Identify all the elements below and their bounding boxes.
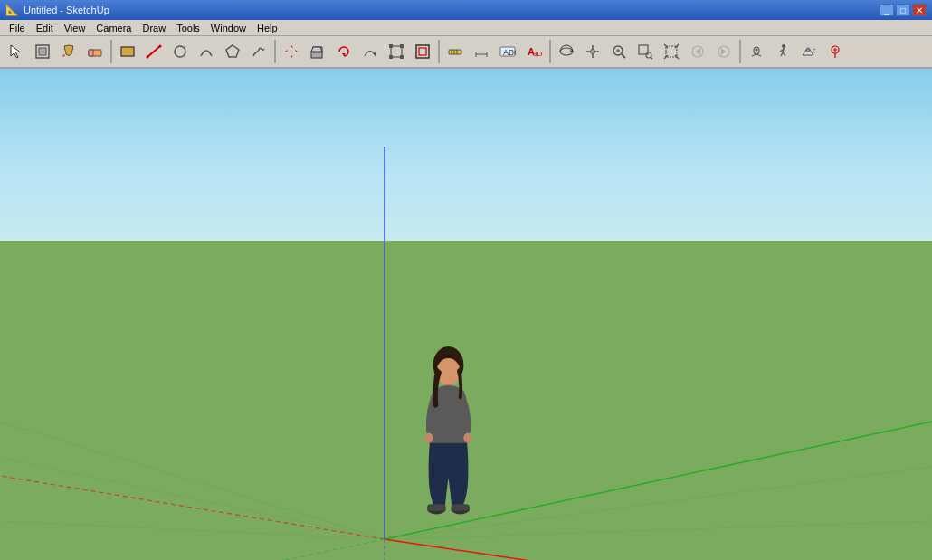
menu-window[interactable]: Window — [205, 22, 252, 34]
svg-rect-4 — [121, 47, 134, 56]
add-location-tool[interactable] — [823, 39, 848, 64]
menu-help[interactable]: Help — [252, 22, 283, 34]
svg-rect-23 — [400, 55, 404, 59]
freehand-tool[interactable] — [246, 39, 271, 64]
svg-line-68 — [385, 539, 932, 560]
svg-point-39 — [591, 50, 595, 54]
svg-point-7 — [159, 45, 162, 48]
dimension-tool[interactable] — [469, 39, 494, 64]
svg-marker-11 — [291, 52, 293, 58]
menu-file[interactable]: File — [4, 22, 31, 34]
svg-point-56 — [782, 44, 785, 48]
position-camera-tool[interactable] — [796, 39, 822, 64]
maximize-button[interactable]: □ — [896, 4, 910, 16]
svg-point-82 — [424, 433, 433, 443]
zoom-window-tool[interactable] — [632, 39, 658, 64]
svg-marker-13 — [292, 50, 298, 52]
erase-tool[interactable] — [82, 39, 108, 64]
scale-tool[interactable] — [384, 39, 409, 64]
next-view-tool[interactable] — [711, 39, 737, 64]
svg-line-41 — [622, 54, 625, 58]
menu-edit[interactable]: Edit — [31, 22, 59, 34]
svg-line-63 — [813, 52, 815, 52]
toolbar-separator-1 — [110, 40, 112, 63]
title-bar: 📐 Untitled - SketchUp _ □ ✕ — [0, 0, 932, 20]
toolbar-separator-3 — [438, 40, 440, 63]
push-pull-tool[interactable] — [305, 39, 330, 64]
window-title: Untitled - SketchUp — [24, 5, 109, 15]
menu-draw[interactable]: Draw — [137, 22, 171, 34]
orbit-tool[interactable] — [554, 39, 579, 64]
menu-bar: File Edit View Camera Draw Tools Window … — [0, 20, 932, 36]
pan-tool[interactable] — [580, 39, 605, 64]
svg-line-75 — [0, 458, 385, 539]
svg-line-60 — [783, 52, 785, 56]
paint-bucket-tool[interactable] — [56, 39, 81, 64]
svg-marker-12 — [285, 50, 290, 52]
rotate-tool[interactable] — [331, 39, 357, 64]
window-controls[interactable]: _ □ ✕ — [880, 4, 927, 16]
viewport[interactable] — [0, 69, 932, 560]
menu-camera[interactable]: Camera — [90, 22, 137, 34]
menu-view[interactable]: View — [59, 22, 91, 34]
walk-tool[interactable] — [770, 39, 795, 64]
svg-rect-22 — [389, 55, 393, 59]
svg-line-5 — [147, 46, 160, 57]
human-figure — [414, 340, 482, 539]
svg-rect-21 — [400, 44, 404, 48]
svg-line-71 — [0, 539, 385, 560]
svg-point-6 — [147, 56, 149, 59]
svg-point-8 — [175, 46, 185, 57]
svg-rect-3 — [89, 50, 93, 56]
close-button[interactable]: ✕ — [912, 4, 927, 16]
svg-line-46 — [651, 57, 652, 59]
follow-me-tool[interactable] — [357, 39, 383, 64]
zoom-tool[interactable] — [606, 39, 632, 64]
svg-rect-24 — [416, 45, 429, 58]
line-tool[interactable] — [141, 39, 166, 64]
look-around-tool[interactable] — [744, 39, 769, 64]
app-icon: 📐 — [5, 4, 19, 16]
svg-marker-10 — [291, 45, 293, 51]
polygon-tool[interactable] — [220, 39, 245, 64]
menu-tools[interactable]: Tools — [171, 22, 205, 34]
svg-rect-20 — [389, 44, 393, 48]
svg-rect-1 — [39, 48, 46, 55]
svg-marker-9 — [226, 45, 239, 57]
make-component-tool[interactable] — [30, 39, 55, 64]
toolbar: ABC A3D — [0, 36, 932, 69]
select-tool[interactable] — [4, 39, 29, 64]
text-tool[interactable]: ABC — [495, 39, 520, 64]
zoom-extents-tool[interactable] — [659, 39, 684, 64]
3d-text-tool[interactable]: A3D — [521, 39, 547, 64]
svg-point-55 — [756, 49, 758, 52]
svg-point-83 — [463, 433, 471, 443]
minimize-button[interactable]: _ — [880, 4, 894, 16]
svg-rect-26 — [449, 50, 461, 54]
svg-text:ABC: ABC — [503, 48, 516, 57]
rectangle-tool[interactable] — [115, 39, 140, 64]
svg-rect-85 — [427, 504, 446, 511]
circle-tool[interactable] — [167, 39, 193, 64]
prev-view-tool[interactable] — [685, 39, 710, 64]
svg-rect-25 — [419, 48, 426, 55]
svg-line-74 — [0, 422, 385, 539]
svg-marker-16 — [311, 47, 322, 52]
svg-rect-87 — [451, 504, 470, 511]
svg-text:3D: 3D — [533, 50, 542, 58]
tape-measure-tool[interactable] — [442, 39, 468, 64]
move-tool[interactable] — [279, 39, 304, 64]
svg-line-69 — [0, 476, 385, 539]
toolbar-separator-2 — [274, 40, 276, 63]
offset-tool[interactable] — [410, 39, 435, 64]
toolbar-separator-5 — [739, 40, 741, 63]
toolbar-separator-4 — [549, 40, 551, 63]
svg-line-62 — [813, 49, 815, 50]
arc-tool[interactable] — [194, 39, 219, 64]
